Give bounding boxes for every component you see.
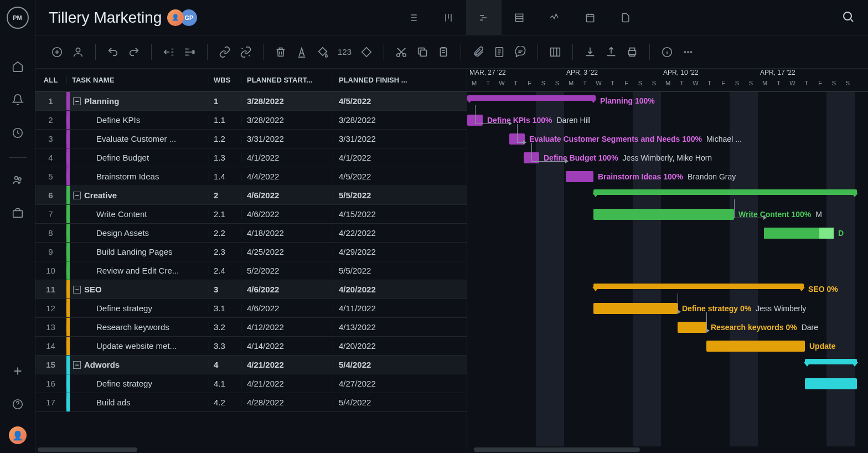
delete-icon[interactable] [275, 46, 287, 58]
task-name-cell[interactable]: Define strategy [70, 303, 209, 313]
wbs-cell[interactable]: 4 [209, 360, 241, 369]
gantt-bar[interactable]: Research keywords 0%Dare [678, 322, 706, 333]
start-cell[interactable]: 4/21/2022 [241, 360, 333, 369]
col-all[interactable]: ALL [35, 76, 66, 84]
search-icon[interactable] [841, 10, 855, 25]
notes-icon[interactable] [493, 46, 505, 58]
task-name-cell[interactable]: Define strategy [70, 379, 209, 388]
task-row[interactable]: 6−Creative24/6/20225/5/2022 [35, 186, 467, 205]
start-cell[interactable]: 3/28/2022 [241, 96, 333, 106]
task-name-cell[interactable]: −Planning [70, 96, 209, 106]
recent-icon[interactable] [7, 122, 29, 144]
files-view-tab[interactable] [608, 0, 643, 35]
task-row[interactable]: 9Build Landing Pages2.34/25/20224/29/202… [35, 243, 467, 261]
collapse-icon[interactable]: − [73, 286, 81, 294]
gantt-bar[interactable]: Define strategy 0%Jess Wimberly [593, 303, 678, 314]
task-row[interactable]: 15−Adwords44/21/20225/4/2022 [35, 356, 467, 374]
start-cell[interactable]: 5/2/2022 [241, 266, 333, 275]
dashboard-view-tab[interactable] [537, 0, 572, 35]
team-icon[interactable] [7, 169, 29, 191]
task-name-cell[interactable]: Build Landing Pages [70, 247, 209, 256]
avatar-1[interactable]: 👤 [167, 9, 184, 26]
task-row[interactable]: 13Research keywords3.24/12/20224/13/2022 [35, 318, 467, 337]
task-name-cell[interactable]: Define Budget [70, 153, 209, 162]
finish-cell[interactable]: 4/15/2022 [333, 209, 425, 219]
gantt-bar[interactable] [805, 359, 857, 364]
task-row[interactable]: 11−SEO34/6/20224/20/2022 [35, 280, 467, 299]
comment-icon[interactable] [514, 46, 526, 58]
diamond-icon[interactable] [360, 46, 373, 58]
start-cell[interactable]: 4/4/2022 [241, 172, 333, 181]
col-name[interactable]: TASK NAME [66, 76, 209, 84]
start-cell[interactable]: 4/28/2022 [241, 398, 333, 407]
copy-icon[interactable] [416, 46, 428, 58]
collapse-icon[interactable]: − [73, 361, 81, 369]
task-name-cell[interactable]: −Creative [70, 191, 209, 200]
export-icon[interactable] [605, 46, 617, 58]
wbs-cell[interactable]: 2.3 [209, 247, 241, 256]
wbs-cell[interactable]: 1 [209, 96, 241, 106]
task-row[interactable]: 3Evaluate Customer ...1.23/31/20223/31/2… [35, 130, 467, 148]
home-icon[interactable] [7, 55, 29, 78]
add-icon[interactable] [7, 360, 29, 382]
task-row[interactable]: 5Brainstorm Ideas1.44/4/20224/5/2022 [35, 167, 467, 186]
task-row[interactable]: 8Design Assets2.24/18/20224/22/2022 [35, 224, 467, 243]
paste-icon[interactable] [437, 46, 450, 58]
portfolio-icon[interactable] [7, 202, 29, 224]
info-icon[interactable] [661, 46, 673, 58]
finish-cell[interactable]: 4/5/2022 [333, 96, 425, 106]
task-name-cell[interactable]: Research keywords [70, 322, 209, 332]
cut-icon[interactable] [395, 46, 407, 58]
task-name-cell[interactable]: Evaluate Customer ... [70, 134, 209, 143]
gantt-bar[interactable]: Brainstorm Ideas 100%Brandon Gray [566, 171, 593, 182]
sheet-view-tab[interactable] [502, 0, 537, 35]
start-cell[interactable]: 4/6/2022 [241, 303, 333, 313]
user-avatar[interactable]: 👤 [9, 426, 27, 444]
redo-icon[interactable] [128, 46, 140, 58]
finish-cell[interactable]: 4/20/2022 [333, 285, 425, 294]
task-row[interactable]: 14Update website met...3.34/14/20224/20/… [35, 337, 467, 356]
gantt-view-tab[interactable] [466, 0, 502, 35]
link-icon[interactable] [219, 46, 231, 58]
task-row[interactable]: 10Review and Edit Cre...2.45/2/20225/5/2… [35, 261, 467, 280]
wbs-cell[interactable]: 1.4 [209, 172, 241, 181]
outdent-icon[interactable] [163, 46, 175, 58]
gantt-bar[interactable] [593, 189, 857, 195]
unlink-icon[interactable] [240, 46, 252, 58]
task-name-cell[interactable]: Review and Edit Cre... [70, 266, 209, 275]
finish-cell[interactable]: 3/31/2022 [333, 134, 425, 143]
gantt-bar[interactable] [805, 378, 857, 389]
finish-cell[interactable]: 5/4/2022 [333, 398, 425, 407]
wbs-cell[interactable]: 4.2 [209, 398, 241, 407]
board-view-tab[interactable] [431, 0, 466, 35]
col-start[interactable]: PLANNED START... [241, 76, 333, 84]
finish-cell[interactable]: 4/27/2022 [333, 379, 425, 388]
attach-icon[interactable] [472, 46, 484, 58]
finish-cell[interactable]: 4/20/2022 [333, 341, 425, 351]
task-name-cell[interactable]: −SEO [70, 285, 209, 294]
wbs-cell[interactable]: 4.1 [209, 379, 241, 388]
font-icon[interactable] [296, 46, 308, 58]
start-cell[interactable]: 4/1/2022 [241, 153, 333, 162]
gantt-bar[interactable]: Write Content 100%M [593, 209, 734, 220]
wbs-cell[interactable]: 3.2 [209, 322, 241, 332]
finish-cell[interactable]: 5/5/2022 [333, 191, 425, 200]
finish-cell[interactable]: 5/5/2022 [333, 266, 425, 275]
finish-cell[interactable]: 4/11/2022 [333, 303, 425, 313]
assign-icon[interactable] [72, 46, 84, 58]
gantt-hscroll[interactable] [467, 446, 868, 453]
wbs-cell[interactable]: 3 [209, 285, 241, 294]
gantt-bar[interactable]: D [764, 228, 834, 239]
indent-icon[interactable] [184, 46, 196, 58]
import-icon[interactable] [584, 46, 596, 58]
start-cell[interactable]: 4/21/2022 [241, 379, 333, 388]
task-row[interactable]: 7Write Content2.14/6/20224/15/2022 [35, 205, 467, 224]
gantt-bar[interactable]: SEO 0% [593, 284, 804, 289]
finish-cell[interactable]: 3/28/2022 [333, 115, 425, 125]
task-name-cell[interactable]: Build ads [70, 398, 209, 407]
start-cell[interactable]: 4/25/2022 [241, 247, 333, 256]
wbs-cell[interactable]: 2.4 [209, 266, 241, 275]
undo-icon[interactable] [107, 46, 119, 58]
finish-cell[interactable]: 4/29/2022 [333, 247, 425, 256]
collapse-icon[interactable]: − [73, 97, 81, 105]
